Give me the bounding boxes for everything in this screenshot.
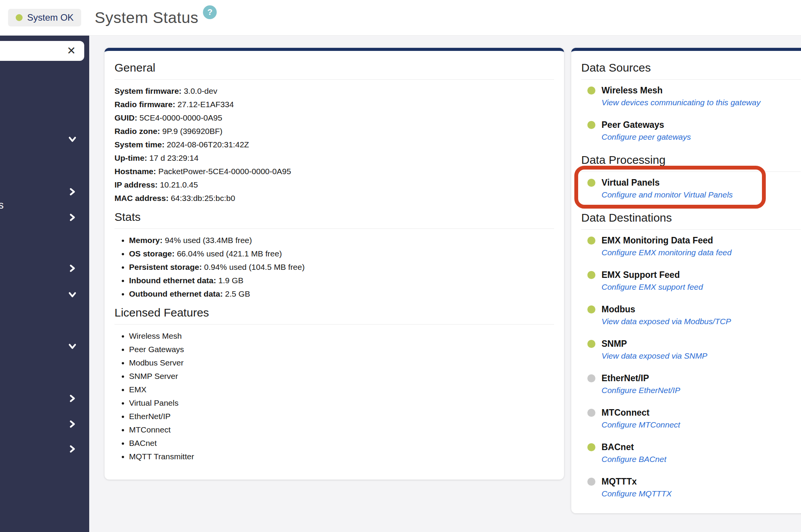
data-processing-list: Virtual Panels Configure and monitor Vir… [581,176,801,201]
data-sources-heading: Data Sources [581,61,801,75]
data-item: EMX Support Feed Configure EMX support f… [587,269,801,293]
feature-item: BACnet [129,436,554,450]
chevron-down-icon[interactable] [67,341,77,351]
data-item: SNMP View data exposed via SNMP [587,338,801,362]
divider [581,79,801,80]
chevron-right-icon[interactable] [67,393,77,403]
page-header: System OK System Status ? [0,0,801,36]
data-item: EMX Monitoring Data Feed Configure EMX m… [587,234,801,259]
sidebar-nav: ✕ s [0,36,89,532]
data-item: Wireless Mesh View devices communicating… [587,84,801,109]
data-item-name: Wireless Mesh [602,84,663,96]
sidebar-item-label-fragment: s [0,199,4,211]
data-item-name: EMX Support Feed [602,269,680,281]
status-dot-icon [587,121,595,129]
stat-item: Memory: 94% used (33.4MB free) [129,233,554,247]
chevron-right-icon[interactable] [67,187,77,197]
sidebar-menu-header: ✕ [0,41,84,61]
data-item-name: BACnet [602,441,634,453]
data-item: Modbus View data exposed via Modbus/TCP [587,303,801,328]
general-card: General System firmware: 3.0.0-dev Radio… [105,48,564,480]
info-row: Radio zone: 9P.9 (396920BF) [114,124,554,138]
info-row: System time: 2024-08-06T20:31:42Z [114,138,554,151]
data-destinations-list: EMX Monitoring Data Feed Configure EMX m… [581,234,801,500]
data-item: MTConnect Configure MTConnect [587,406,801,431]
general-card-title: General [114,61,554,75]
data-panel-card: Data Sources Wireless Mesh View devices … [571,48,801,513]
feature-item: EMX [129,383,554,396]
data-sources-list: Wireless Mesh View devices communicating… [581,84,801,143]
data-item: Virtual Panels Configure and monitor Vir… [587,176,801,201]
data-item-link[interactable]: Configure EMX monitoring data feed [602,246,801,259]
feature-item: Modbus Server [129,356,554,369]
data-processing-heading: Data Processing [581,153,801,167]
chevron-right-icon[interactable] [67,263,77,273]
data-item-name: EMX Monitoring Data Feed [602,234,713,246]
divider [114,228,554,229]
status-dot-icon [587,271,595,279]
divider [581,229,801,230]
status-dot-icon [587,86,595,95]
feature-item: MTConnect [129,423,554,436]
feature-item: SNMP Server [129,369,554,383]
data-item: MQTTTx Configure MQTTTX [587,475,801,500]
divider [114,79,554,80]
chevron-down-icon[interactable] [67,134,77,144]
data-item-link[interactable]: Configure EtherNet/IP [602,384,801,397]
status-dot-icon [587,478,595,486]
data-item-link[interactable]: View data exposed via Modbus/TCP [602,315,801,328]
status-dot-icon [587,374,595,382]
data-item-link[interactable]: Configure and monitor Virtual Panels [602,189,801,201]
stat-item: Outbound ethernet data: 2.5 GB [129,287,554,300]
status-ok-dot-icon [16,14,23,21]
info-row: Hostname: PacketPower-5CE4-0000-0000-0A9… [114,165,554,178]
system-status-page: System OK System Status ? ✕ s [0,0,801,532]
info-row: MAC address: 64:33:db:25:bc:b0 [114,191,554,205]
feature-item: Peer Gateways [129,343,554,356]
data-item-link[interactable]: View devices communicating to this gatew… [602,96,801,109]
data-item-link[interactable]: View data exposed via SNMP [602,350,801,362]
system-status-badge: System OK [8,9,81,26]
chevron-right-icon[interactable] [67,444,77,454]
status-dot-icon [587,443,595,451]
data-item: Peer Gateways Configure peer gateways [587,119,801,143]
info-row: GUID: 5CE4-0000-0000-0A95 [114,111,554,124]
data-item-name: MTConnect [602,406,649,419]
general-info-list: System firmware: 3.0.0-dev Radio firmwar… [114,84,554,205]
feature-item: Wireless Mesh [129,329,554,343]
data-item-name: Virtual Panels [602,176,660,189]
data-item-name: SNMP [602,338,627,350]
info-row: Up-time: 17 d 23:29:14 [114,151,554,165]
status-badge-label: System OK [27,12,74,23]
data-item-link[interactable]: Configure MTConnect [602,419,801,431]
feature-item: MQTT Transmitter [129,450,554,463]
divider [114,324,554,325]
status-dot-icon [587,237,595,245]
data-item-name: MQTTTx [602,475,637,488]
licensed-features-heading: Licensed Features [114,306,554,320]
data-item-name: EtherNet/IP [602,372,649,384]
data-item-link[interactable]: Configure peer gateways [602,131,801,143]
chevron-right-icon[interactable] [67,419,77,429]
feature-item: Virtual Panels [129,396,554,410]
info-row: IP address: 10.21.0.45 [114,178,554,191]
stat-item: OS storage: 66.04% used (421.1 MB free) [129,247,554,260]
data-destinations-heading: Data Destinations [581,211,801,225]
info-row: System firmware: 3.0.0-dev [114,84,554,98]
chevron-right-icon[interactable] [67,212,77,222]
info-row: Radio firmware: 27.12-E1AF334 [114,98,554,111]
stats-list: Memory: 94% used (33.4MB free) OS storag… [114,233,554,300]
data-item-name: Peer Gateways [602,119,664,131]
close-icon[interactable]: ✕ [67,44,76,58]
status-dot-icon [587,340,595,348]
licensed-features-list: Wireless Mesh Peer Gateways Modbus Serve… [114,329,554,463]
help-icon[interactable]: ? [203,5,217,19]
data-item: BACnet Configure BACnet [587,441,801,465]
data-item: EtherNet/IP Configure EtherNet/IP [587,372,801,397]
data-item-link[interactable]: Configure BACnet [602,453,801,465]
divider [581,171,801,172]
page-title: System Status [95,9,198,27]
chevron-down-icon[interactable] [67,290,77,300]
data-item-link[interactable]: Configure EMX support feed [602,281,801,293]
data-item-link[interactable]: Configure MQTTTX [602,488,801,500]
